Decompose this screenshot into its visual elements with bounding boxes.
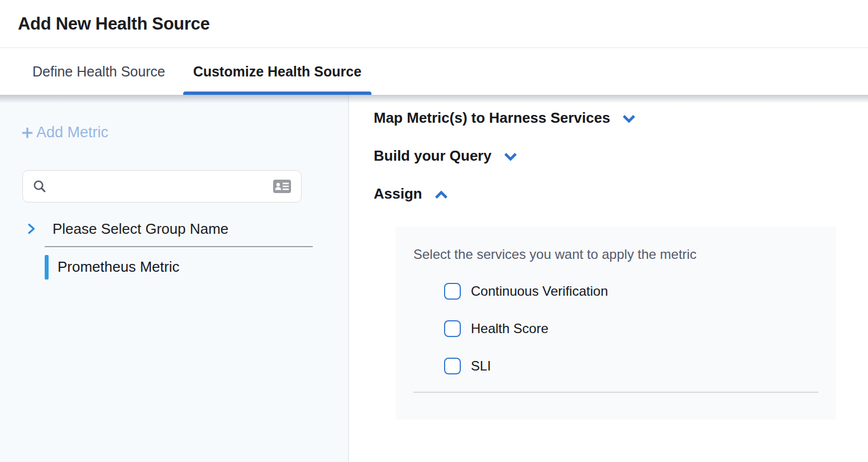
tab-label: Define Health Source bbox=[32, 64, 165, 80]
group-view-toggle-button[interactable] bbox=[271, 177, 293, 195]
content-area: Add Metric bbox=[0, 95, 868, 462]
chevron-right-icon bbox=[25, 222, 38, 235]
add-metric-button[interactable]: Add Metric bbox=[20, 124, 108, 141]
option-label[interactable]: Health Score bbox=[471, 321, 549, 336]
add-metric-label: Add Metric bbox=[36, 124, 108, 141]
metric-item-prometheus[interactable]: Prometheus Metric bbox=[45, 254, 348, 280]
customize-main-panel: Map Metric(s) to Harness Services Build … bbox=[349, 95, 868, 462]
section-title: Assign bbox=[374, 185, 422, 203]
selected-indicator-bar bbox=[45, 255, 49, 280]
tab-bar: Define Health Source Customize Health So… bbox=[0, 48, 868, 95]
group-divider bbox=[45, 246, 313, 247]
search-input[interactable] bbox=[53, 179, 271, 194]
search-icon bbox=[32, 179, 47, 194]
plus-icon bbox=[20, 126, 35, 140]
option-row-sli: SLI bbox=[413, 358, 818, 374]
metric-search-box bbox=[22, 170, 302, 203]
continuous-verification-checkbox[interactable] bbox=[444, 283, 461, 300]
metric-group-row[interactable]: Please Select Group Name bbox=[0, 220, 348, 238]
option-label[interactable]: Continuous Verification bbox=[471, 283, 608, 299]
option-row-health-score: Health Score bbox=[413, 320, 818, 337]
assign-panel: Select the services you want to apply th… bbox=[395, 227, 836, 420]
sli-checkbox[interactable] bbox=[444, 358, 461, 374]
section-assign[interactable]: Assign bbox=[374, 183, 449, 204]
metrics-sidebar: Add Metric bbox=[0, 95, 349, 462]
assign-prompt: Select the services you want to apply th… bbox=[413, 247, 818, 262]
option-label[interactable]: SLI bbox=[471, 358, 491, 374]
health-score-checkbox[interactable] bbox=[444, 320, 461, 337]
section-build-your-query[interactable]: Build your Query bbox=[374, 145, 518, 166]
option-row-continuous-verification: Continuous Verification bbox=[413, 283, 818, 300]
section-title: Map Metric(s) to Harness Services bbox=[374, 109, 610, 127]
page-title: Add New Health Source bbox=[18, 14, 209, 34]
tab-customize-health-source[interactable]: Customize Health Source bbox=[183, 48, 371, 95]
group-name-label: Please Select Group Name bbox=[53, 220, 228, 238]
section-map-metrics[interactable]: Map Metric(s) to Harness Services bbox=[374, 107, 637, 128]
chevron-down-icon bbox=[503, 149, 518, 165]
chevron-down-icon bbox=[621, 111, 637, 127]
contact-card-icon bbox=[272, 179, 292, 194]
chevron-up-icon bbox=[433, 187, 449, 203]
page-header: Add New Health Source bbox=[0, 0, 868, 48]
tab-define-health-source[interactable]: Define Health Source bbox=[22, 48, 175, 95]
tab-label: Customize Health Source bbox=[193, 64, 361, 80]
section-title: Build your Query bbox=[374, 147, 492, 165]
assign-divider bbox=[413, 392, 818, 393]
metric-item-label: Prometheus Metric bbox=[58, 258, 179, 276]
